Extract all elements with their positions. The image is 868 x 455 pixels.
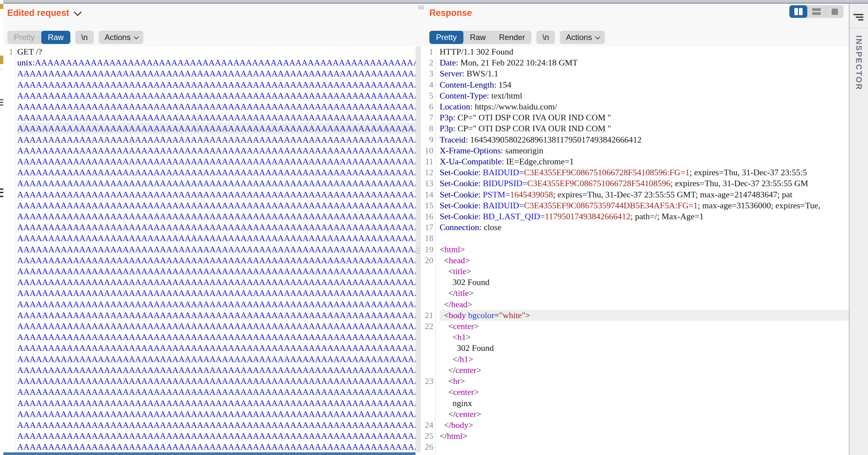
request-horizontal-scrollbar[interactable] (3, 452, 415, 455)
response-line: Location: https://www.baidu.com/ (440, 101, 849, 112)
tab-response-render[interactable]: Render (492, 31, 532, 44)
response-line-number (422, 277, 435, 288)
response-line (440, 442, 849, 452)
request-line: AAAAAAAAAAAAAAAAAAAAAAAAAAAAAAAAAAAAAAAA… (17, 409, 415, 420)
request-line: AAAAAAAAAAAAAAAAAAAAAAAAAAAAAAAAAAAAAAAA… (17, 332, 415, 343)
request-line-number (3, 409, 15, 420)
response-line: 302 Found (440, 277, 849, 288)
request-line-number (3, 299, 15, 310)
response-line-number: 1 (422, 46, 435, 57)
response-line-number: 26 (422, 442, 435, 452)
response-actions-button[interactable]: Actions (560, 31, 605, 44)
request-line: AAAAAAAAAAAAAAAAAAAAAAAAAAAAAAAAAAAAAAAA… (17, 310, 415, 321)
response-line: Connection: close (440, 222, 849, 233)
request-line: GET /? (17, 46, 415, 57)
request-line-number (3, 167, 15, 178)
inspector-label[interactable]: INSPECTOR (854, 35, 863, 91)
tab-response-pretty[interactable]: Pretty (429, 31, 463, 44)
request-line: AAAAAAAAAAAAAAAAAAAAAAAAAAAAAAAAAAAAAAAA… (17, 123, 415, 134)
response-line-number: 9 (422, 134, 435, 145)
tab-request-pretty[interactable]: Pretty (7, 31, 41, 44)
response-line: P3p: CP=" OTI DSP COR IVA OUR IND COM " (440, 123, 849, 134)
response-line: HTTP/1.1 302 Found (440, 46, 849, 57)
response-line: <hr> (440, 376, 849, 387)
two-rows-view-button[interactable] (807, 5, 826, 18)
request-line-number (3, 222, 15, 233)
rows-icon (812, 8, 821, 15)
request-actions-label: Actions (105, 33, 131, 42)
request-line: AAAAAAAAAAAAAAAAAAAAAAAAAAAAAAAAAAAAAAAA… (17, 156, 415, 167)
request-line-number (3, 321, 15, 332)
request-line: AAAAAAAAAAAAAAAAAAAAAAAAAAAAAAAAAAAAAAAA… (17, 189, 415, 200)
request-line-number (3, 365, 15, 376)
response-editor[interactable]: 1234567891011121314151617181920 2122 23 … (422, 46, 849, 455)
response-line: <center> (440, 387, 849, 397)
two-columns-view-button[interactable] (789, 5, 807, 18)
request-line-number (3, 90, 15, 101)
response-line: Traceid: 1645439058022689613811795017493… (440, 134, 849, 145)
request-line-number (3, 244, 15, 255)
response-line-number: 20 (422, 255, 435, 266)
request-line: AAAAAAAAAAAAAAAAAAAAAAAAAAAAAAAAAAAAAAAA… (17, 211, 415, 222)
response-line-number (422, 266, 435, 277)
request-line: AAAAAAAAAAAAAAAAAAAAAAAAAAAAAAAAAAAAAAAA… (17, 101, 415, 112)
sliver-mark (0, 68, 3, 69)
edited-request-title-label: Edited request (7, 8, 69, 18)
request-line: AAAAAAAAAAAAAAAAAAAAAAAAAAAAAAAAAAAAAAAA… (17, 79, 415, 90)
request-line-number (3, 277, 15, 288)
response-line-number: 11 (422, 156, 435, 167)
request-line-number-gutter: 1 (3, 46, 15, 452)
request-line: AAAAAAAAAAAAAAAAAAAAAAAAAAAAAAAAAAAAAAAA… (17, 387, 415, 397)
request-line-number (3, 332, 15, 343)
request-code-area: GET /?unix:AAAAAAAAAAAAAAAAAAAAAAAAAAAAA… (15, 46, 415, 452)
request-line: AAAAAAAAAAAAAAAAAAAAAAAAAAAAAAAAAAAAAAAA… (17, 112, 415, 123)
request-line: AAAAAAAAAAAAAAAAAAAAAAAAAAAAAAAAAAAAAAAA… (17, 398, 415, 409)
request-line: AAAAAAAAAAAAAAAAAAAAAAAAAAAAAAAAAAAAAAAA… (17, 354, 415, 365)
request-line: AAAAAAAAAAAAAAAAAAAAAAAAAAAAAAAAAAAAAAAA… (17, 420, 415, 430)
request-line-number (3, 156, 15, 167)
request-line: AAAAAAAAAAAAAAAAAAAAAAAAAAAAAAAAAAAAAAAA… (17, 68, 415, 79)
sliver-mark (0, 189, 3, 190)
edited-request-title[interactable]: Edited request (7, 8, 80, 18)
sliver-mark (0, 192, 3, 193)
response-code-area: HTTP/1.1 302 FoundDate: Mon, 21 Feb 2022… (435, 46, 849, 455)
tab-response-newline[interactable]: \n (536, 31, 555, 44)
column-icon (799, 8, 803, 15)
response-line-number (422, 365, 435, 376)
request-actions-button[interactable]: Actions (99, 31, 144, 44)
response-line-number: 5 (422, 90, 435, 101)
response-line: </html> (440, 430, 849, 442)
response-title: Response (429, 8, 472, 18)
tab-request-newline[interactable]: \n (75, 31, 94, 44)
single-pane-icon (832, 8, 838, 15)
tab-request-raw[interactable]: Raw (41, 31, 70, 44)
response-line: Set-Cookie: BIDUPSID=C3E4355EF9C08675106… (440, 178, 849, 189)
request-line-number (3, 387, 15, 397)
repeater-screen: Edited request Pretty Raw \n Actions 1 G… (0, 0, 868, 455)
response-line-number: 23 (422, 376, 435, 387)
column-icon (794, 8, 798, 15)
request-line-number: 1 (3, 46, 15, 57)
sliver-mark (0, 196, 3, 197)
splitter-center-grip[interactable] (416, 248, 420, 254)
request-line-number (3, 420, 15, 430)
response-line-number: 18 (422, 233, 435, 244)
sliver-mark (0, 4, 3, 9)
request-line-number (3, 101, 15, 112)
request-line: AAAAAAAAAAAAAAAAAAAAAAAAAAAAAAAAAAAAAAAA… (17, 167, 415, 178)
response-line (440, 233, 849, 244)
request-line: AAAAAAAAAAAAAAAAAAAAAAAAAAAAAAAAAAAAAAAA… (17, 430, 415, 442)
single-pane-view-button[interactable] (826, 5, 843, 18)
response-line: Set-Cookie: PSTM=1645439058; expires=Thu… (440, 189, 849, 200)
response-line: Server: BWS/1.1 (440, 68, 849, 79)
tab-response-raw[interactable]: Raw (463, 31, 492, 44)
response-line-number: 4 (422, 79, 435, 90)
request-line: AAAAAAAAAAAAAAAAAAAAAAAAAAAAAAAAAAAAAAAA… (17, 222, 415, 233)
inspector-separator (849, 28, 868, 28)
response-line-number: 14 (422, 189, 435, 200)
response-line-number: 22 (422, 321, 435, 332)
hamburger-menu-icon[interactable] (854, 14, 863, 21)
splitter-top-grip[interactable] (419, 5, 426, 10)
request-editor[interactable]: 1 GET /?unix:AAAAAAAAAAAAAAAAAAAAAAAAAAA… (3, 46, 415, 452)
request-line: AAAAAAAAAAAAAAAAAAAAAAAAAAAAAAAAAAAAAAAA… (17, 255, 415, 266)
